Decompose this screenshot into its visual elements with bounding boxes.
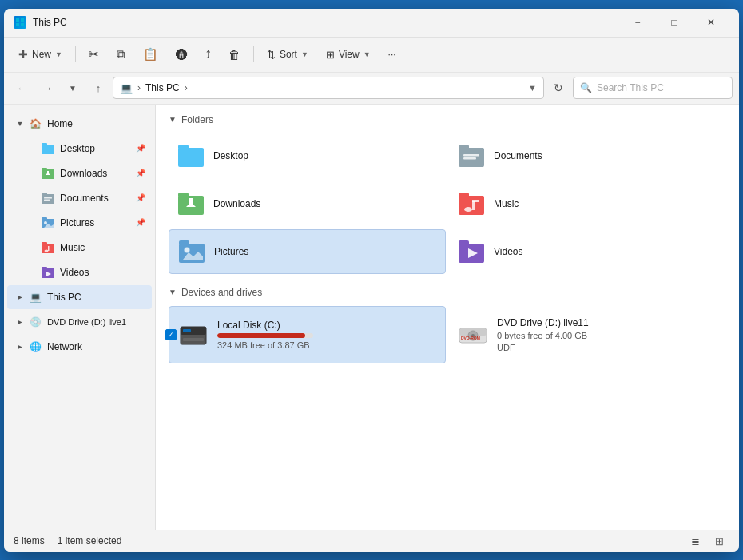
address-this-pc: This PC <box>145 82 180 93</box>
network-icon: 🌐 <box>28 340 42 354</box>
documents-pin-icon: 📌 <box>136 193 145 202</box>
sidebar-item-videos[interactable]: Videos <box>7 260 152 284</box>
delete-icon: 🗑 <box>228 48 240 62</box>
folder-item-downloads[interactable]: Downloads <box>169 181 446 226</box>
devices-chevron-icon: ▼ <box>169 288 177 296</box>
search-box[interactable]: 🔍 Search This PC <box>573 77 733 99</box>
more-label: ··· <box>388 49 396 60</box>
address-sep: › <box>185 82 188 93</box>
sidebar-item-this-pc[interactable]: ► 💻 This PC <box>7 285 152 309</box>
dvd-drive-icon: DVD-ROM <box>457 319 489 351</box>
svg-rect-25 <box>178 148 204 167</box>
cut-icon: ✂ <box>89 47 99 62</box>
sidebar-item-downloads[interactable]: Downloads 📌 <box>7 161 152 185</box>
maximize-button[interactable]: □ <box>656 10 693 35</box>
refresh-button[interactable]: ↻ <box>547 77 570 99</box>
address-bar-row: ← → ▼ ↑ 💻 › This PC › ▼ ↻ 🔍 Search This … <box>4 73 739 105</box>
delete-button[interactable]: 🗑 <box>221 42 248 67</box>
new-label: New <box>32 49 51 60</box>
paste-icon: 📋 <box>143 47 158 62</box>
local-disk-checkbox[interactable]: ✓ <box>165 329 177 340</box>
view-button[interactable]: ⊞ View ▼ <box>318 42 379 67</box>
folders-section-header[interactable]: ▼ Folders <box>169 114 726 125</box>
svg-rect-15 <box>42 217 47 220</box>
downloads-folder-big-icon <box>177 189 205 218</box>
sidebar-item-desktop[interactable]: Desktop 📌 <box>7 137 152 161</box>
svg-rect-26 <box>178 145 189 149</box>
sidebar-item-pictures[interactable]: Pictures 📌 <box>7 211 152 235</box>
videos-folder-icon <box>41 265 55 280</box>
sidebar-item-music[interactable]: Music <box>7 236 152 260</box>
sidebar-item-network[interactable]: ► 🌐 Network <box>7 335 152 359</box>
sidebar-documents-label: Documents <box>60 193 109 204</box>
up-button[interactable]: ↑ <box>87 77 109 99</box>
forward-button[interactable]: → <box>36 77 58 99</box>
local-disk-progress-fill <box>217 333 305 338</box>
sidebar-dvd-label: DVD Drive (D:) live1 <box>47 317 126 327</box>
folder-item-desktop[interactable]: Desktop <box>169 133 446 178</box>
items-count: 8 items <box>14 535 45 546</box>
recent-button[interactable]: ▼ <box>62 77 84 99</box>
home-expand-icon: ▼ <box>14 117 26 130</box>
sidebar-item-documents[interactable]: Documents 📌 <box>7 186 152 210</box>
device-item-dvd[interactable]: DVD-ROM DVD Drive (D:) live11 0 bytes fr… <box>449 306 726 363</box>
main-content: ▼ 🏠 Home Desktop 📌 <box>4 105 739 530</box>
sidebar-item-home[interactable]: ▼ 🏠 Home <box>7 112 152 136</box>
toolbar-sep-2 <box>253 46 254 62</box>
share-icon: ⤴ <box>205 49 211 61</box>
copy-button[interactable]: ⧉ <box>109 42 133 67</box>
svg-rect-29 <box>463 154 479 157</box>
svg-rect-41 <box>179 240 189 245</box>
sort-button[interactable]: ⇅ Sort ▼ <box>259 42 316 67</box>
folder-item-pictures[interactable]: Pictures <box>169 229 446 274</box>
folder-item-music[interactable]: Music <box>449 181 726 226</box>
svg-rect-7 <box>42 168 47 170</box>
folder-item-videos[interactable]: Videos <box>449 229 726 274</box>
dvd-meta: 0 bytes free of 4.00 GB <box>497 331 589 340</box>
share-button[interactable]: ⤴ <box>197 42 219 67</box>
rename-button[interactable]: 🅐 <box>168 42 196 67</box>
paste-button[interactable]: 📋 <box>135 42 166 67</box>
local-disk-info: Local Disk (C:) 324 MB free of 3.87 GB <box>217 320 313 350</box>
new-button[interactable]: ✚ New ▼ <box>10 42 70 67</box>
folder-item-documents[interactable]: Documents <box>449 133 726 178</box>
sidebar-item-dvd[interactable]: ► 💿 DVD Drive (D:) live1 <box>7 310 152 334</box>
folder-downloads-label: Downloads <box>213 198 260 209</box>
svg-rect-4 <box>42 145 54 154</box>
new-chevron: ▼ <box>55 50 62 58</box>
toolbar: ✚ New ▼ ✂ ⧉ 📋 🅐 ⤴ 🗑 ⇅ Sort ▼ ⊞ <box>4 38 739 73</box>
svg-rect-0 <box>16 18 19 22</box>
sidebar-videos-label: Videos <box>60 267 89 278</box>
sidebar-network-label: Network <box>47 341 82 352</box>
svg-rect-36 <box>459 193 469 197</box>
back-button[interactable]: ← <box>10 77 33 99</box>
dvd-expand-icon: ► <box>14 316 26 328</box>
device-item-local-disk[interactable]: ✓ Local Disk (C:) <box>169 306 446 363</box>
folders-section-label: Folders <box>181 114 213 125</box>
address-box[interactable]: 💻 › This PC › ▼ <box>113 77 544 99</box>
window-controls: − □ ✕ <box>619 10 729 35</box>
cut-button[interactable]: ✂ <box>81 42 107 67</box>
svg-rect-9 <box>47 171 49 173</box>
downloads-folder-icon <box>41 166 55 181</box>
downloads-pin-icon: 📌 <box>136 169 145 177</box>
close-button[interactable]: ✕ <box>693 10 729 35</box>
devices-grid: ✓ Local Disk (C:) <box>169 306 726 363</box>
search-icon: 🔍 <box>580 82 592 93</box>
svg-rect-39 <box>472 200 479 202</box>
svg-rect-2 <box>16 23 19 26</box>
svg-rect-3 <box>21 23 24 26</box>
grid-view-button[interactable]: ⊞ <box>709 532 729 550</box>
devices-section-header[interactable]: ▼ Devices and drives <box>169 287 726 298</box>
more-button[interactable]: ··· <box>380 42 404 67</box>
svg-rect-32 <box>178 193 189 197</box>
list-view-button[interactable]: ≣ <box>685 532 705 550</box>
svg-rect-10 <box>42 194 54 204</box>
svg-rect-5 <box>42 143 47 145</box>
pictures-expand-icon <box>26 216 39 229</box>
svg-point-16 <box>44 221 47 224</box>
local-disk-progress-bg <box>217 333 313 338</box>
minimize-button[interactable]: − <box>619 10 656 35</box>
folder-pictures-label: Pictures <box>214 246 248 257</box>
svg-rect-23 <box>42 267 47 269</box>
